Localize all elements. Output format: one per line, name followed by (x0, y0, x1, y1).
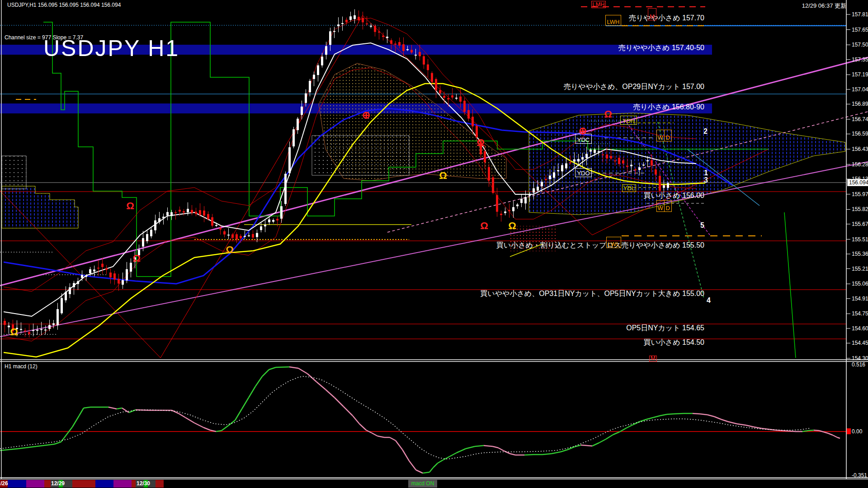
macd-line (561, 450, 568, 452)
macd-line (493, 446, 498, 448)
macd-line (475, 446, 484, 446)
mid-white-kumo (312, 136, 409, 175)
price-axis-label: 155.365 (852, 251, 868, 257)
tag-ydl: YDL (622, 184, 636, 192)
macd-line (0, 449, 18, 450)
price-axis-label: 155.215 (852, 266, 868, 272)
macd-line (298, 368, 307, 374)
macd-line (837, 437, 840, 438)
macd-line (18, 446, 36, 449)
macd-line (344, 407, 353, 416)
macd-line (552, 452, 561, 454)
order-annotation: 売りやや小さめ、OP29日NYカット 157.00 (0, 82, 704, 92)
macd-line (789, 431, 796, 432)
timeline-segment (26, 480, 44, 488)
macd-line (79, 408, 84, 416)
macd-line (72, 416, 79, 427)
macd-line (769, 429, 776, 430)
tag-m: M (649, 356, 657, 362)
macd-line (423, 472, 429, 473)
macd-line (761, 428, 769, 429)
macd-zero-axis-marker (847, 428, 851, 434)
signal-marker: ⊕ (579, 125, 587, 137)
tag-lmh: LMH (591, 1, 606, 8)
timeline-segment (8, 480, 26, 488)
signal-marker: Ω (126, 200, 134, 212)
price-axis-label: 157.655 (852, 27, 868, 33)
tag-lwh: LWH (605, 15, 621, 26)
price-axis-label: 154.910 (852, 296, 868, 302)
macd-line (255, 376, 262, 386)
price-axis-label: 155.060 (852, 281, 868, 287)
red-zig-b (160, 15, 363, 358)
price-axis-label: 156.740 (852, 116, 868, 122)
macd-line (457, 449, 466, 453)
price-axis-label: 155.670 (852, 221, 868, 227)
green-plunge-line (784, 212, 796, 358)
macd-line (828, 433, 833, 435)
order-annotation: 買いやや小さめ、OP31日NYカット、OP5日NYカット大きめ 155.00 (0, 289, 704, 299)
current-price-tag: 156.094 (847, 179, 868, 186)
price-axis-label: 154.300 (852, 355, 868, 361)
macd-line (61, 427, 72, 442)
macd-line (326, 389, 335, 398)
order-annotation: OP5日NYカット 154.65 (0, 324, 704, 333)
macd-line (289, 367, 298, 368)
macd-axis-label: -0.351 (852, 472, 867, 479)
timeline-date-label: /26 (0, 480, 8, 487)
macd-line (194, 423, 203, 427)
macd-line (674, 413, 684, 414)
price-axis-label: 157.195 (852, 71, 868, 78)
wave-number-5: 5 (700, 221, 704, 230)
macd-line (728, 422, 737, 424)
macd-line (416, 470, 423, 473)
order-annotation: 買い小さめ 156.00 (0, 191, 704, 201)
price-axis-label: 154.455 (852, 340, 868, 346)
price-axis-label: 157.810 (852, 11, 868, 18)
macd-line (36, 444, 54, 446)
macd-line (484, 446, 493, 446)
macd-line (242, 398, 249, 409)
macd-line (746, 425, 754, 427)
wave-number-2: 2 (703, 127, 708, 136)
price-axis-label: 156.435 (852, 146, 868, 152)
macd-line (504, 451, 510, 454)
macd-on-button[interactable]: macd ON (408, 480, 437, 488)
price-axis-label: 156.590 (852, 131, 868, 137)
macd-line (276, 367, 289, 367)
signal-marker: Ω (226, 244, 234, 256)
price-axis-label: 154.605 (852, 325, 868, 332)
macd-line (613, 432, 619, 435)
macd-line (592, 443, 599, 446)
order-annotation: 売りやや小さめ 157.70 (0, 14, 704, 23)
macd-line (466, 446, 475, 449)
signal-marker: Ω (132, 253, 141, 264)
signal-marker: Ω (10, 326, 18, 338)
macd-line (249, 386, 255, 398)
macd-indicator-label: H1 macd (12) (5, 363, 38, 370)
macd-axis-label: 0.516 (852, 361, 865, 368)
macd-line (402, 450, 409, 461)
macd-line (708, 415, 714, 417)
macd-line (653, 416, 660, 418)
signal-marker: ⊕ (362, 109, 370, 121)
macd-line (606, 435, 613, 439)
macd-line (667, 414, 674, 414)
macd-line (203, 427, 210, 430)
macd-line (693, 413, 700, 414)
macd-line (833, 435, 837, 437)
macd-line (524, 455, 533, 455)
macd-line (737, 424, 746, 425)
macd-line (84, 407, 90, 408)
macd-line (129, 410, 136, 413)
timeline-date-label: 12/30 (137, 480, 150, 487)
macd-line (574, 445, 581, 447)
tag-lwl: LWL (606, 237, 621, 248)
left-white-box (2, 156, 26, 189)
macd-line (814, 430, 819, 431)
signal-marker: Ω (439, 170, 447, 182)
macd-line (640, 419, 646, 422)
order-annotation: 売り小さめ 156.80-90 (0, 103, 704, 112)
macd-line (316, 382, 326, 389)
price-axis-label: 155.820 (852, 206, 868, 212)
